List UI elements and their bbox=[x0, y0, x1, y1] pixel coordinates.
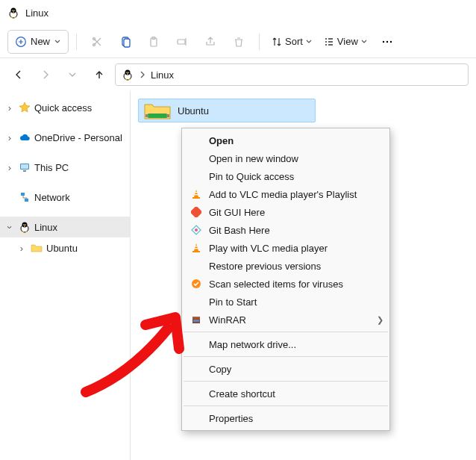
sort-button[interactable]: Sort bbox=[267, 30, 316, 54]
new-button[interactable]: New bbox=[7, 30, 69, 54]
ctx-open-new-window[interactable]: Open in new window bbox=[182, 149, 389, 167]
chevron-right-icon: › bbox=[16, 243, 27, 254]
linux-penguin-icon bbox=[122, 69, 134, 81]
separator bbox=[184, 381, 388, 382]
separator bbox=[184, 356, 388, 357]
ctx-label: Play with VLC media player bbox=[209, 243, 328, 254]
ctx-git-gui[interactable]: Git GUI Here bbox=[182, 203, 389, 221]
scissors-icon bbox=[91, 36, 103, 48]
folder-item-ubuntu[interactable]: Ubuntu bbox=[138, 99, 316, 122]
chevron-down-icon: › bbox=[4, 222, 16, 232]
nav-row: Linux bbox=[0, 58, 476, 91]
new-label: New bbox=[31, 36, 50, 47]
svg-rect-45 bbox=[193, 320, 199, 322]
ctx-label: Pin to Quick access bbox=[209, 171, 294, 182]
sidebar-item-quick-access[interactable]: › Quick access bbox=[0, 97, 130, 118]
back-button[interactable] bbox=[7, 63, 30, 86]
ctx-git-bash[interactable]: Git Bash Here bbox=[182, 221, 389, 239]
nav-tree: › Quick access › OneDrive - Personal › T… bbox=[0, 91, 131, 460]
title-bar: Linux bbox=[0, 0, 476, 25]
view-button[interactable]: View bbox=[319, 30, 372, 54]
sidebar-item-onedrive[interactable]: › OneDrive - Personal bbox=[0, 127, 130, 148]
ctx-scan-viruses[interactable]: Scan selected items for viruses bbox=[182, 275, 389, 293]
svg-point-19 bbox=[128, 72, 129, 73]
forward-button[interactable] bbox=[34, 63, 57, 86]
chevron-down-icon bbox=[361, 39, 367, 45]
sidebar-item-label: Network bbox=[34, 192, 70, 203]
ctx-label: Properties bbox=[209, 413, 253, 424]
address-bar[interactable]: Linux bbox=[115, 63, 469, 86]
breadcrumb-item[interactable]: Linux bbox=[151, 69, 174, 81]
ctx-label: Add to VLC media player's Playlist bbox=[209, 189, 357, 200]
view-label: View bbox=[337, 36, 358, 47]
folder-label: Ubuntu bbox=[178, 105, 209, 116]
sidebar-item-network[interactable]: › Network bbox=[0, 187, 130, 208]
svg-point-38 bbox=[195, 229, 198, 231]
cut-button[interactable] bbox=[84, 30, 110, 54]
svg-rect-33 bbox=[166, 114, 169, 117]
copy-icon bbox=[119, 36, 131, 48]
network-folder-icon bbox=[143, 100, 172, 121]
sort-icon bbox=[272, 37, 282, 47]
ctx-vlc-play[interactable]: Play with VLC media player bbox=[182, 239, 389, 257]
ctx-label: Map network drive... bbox=[209, 339, 296, 350]
ctx-open[interactable]: Open bbox=[182, 131, 389, 149]
toolbar: New Sort View bbox=[0, 25, 476, 58]
svg-rect-39 bbox=[192, 251, 200, 252]
ctx-label: Create shortcut bbox=[209, 388, 275, 400]
ctx-pin-start[interactable]: Pin to Start bbox=[182, 293, 389, 311]
linux-penguin-icon bbox=[7, 7, 19, 19]
plus-icon bbox=[16, 37, 26, 47]
ctx-restore-versions[interactable]: Restore previous versions bbox=[182, 257, 389, 275]
ctx-create-shortcut[interactable]: Create shortcut bbox=[182, 385, 389, 402]
svg-point-4 bbox=[13, 11, 14, 12]
ctx-properties[interactable]: Properties bbox=[182, 409, 389, 427]
svg-rect-32 bbox=[145, 114, 148, 117]
chevron-right-icon: › bbox=[4, 102, 15, 114]
paste-button[interactable] bbox=[141, 30, 166, 54]
separator bbox=[184, 332, 388, 332]
clipboard-icon bbox=[148, 36, 160, 48]
ctx-label: Open bbox=[209, 135, 234, 146]
separator bbox=[184, 405, 388, 406]
vlc-icon bbox=[190, 187, 203, 201]
arrow-left-icon bbox=[13, 69, 24, 80]
svg-point-30 bbox=[24, 226, 25, 226]
sidebar-item-label: Quick access bbox=[34, 102, 92, 114]
context-menu: Open Open in new window Pin to Quick acc… bbox=[181, 128, 390, 431]
chevron-right-icon: › bbox=[4, 162, 15, 173]
ctx-label: Scan selected items for viruses bbox=[209, 279, 343, 290]
more-button[interactable] bbox=[375, 30, 400, 54]
trash-icon bbox=[233, 36, 245, 48]
ctx-label: Pin to Start bbox=[209, 296, 257, 308]
window-title: Linux bbox=[25, 7, 48, 19]
svg-rect-12 bbox=[178, 40, 185, 44]
ctx-pin-quick-access[interactable]: Pin to Quick access bbox=[182, 167, 389, 185]
sidebar-item-linux[interactable]: › Linux bbox=[0, 217, 130, 237]
chevron-right-icon: › bbox=[4, 132, 15, 143]
copy-button[interactable] bbox=[113, 30, 138, 54]
ctx-vlc-playlist[interactable]: Add to VLC media player's Playlist bbox=[182, 185, 389, 203]
sidebar-item-label: Linux bbox=[34, 222, 57, 233]
separator bbox=[76, 34, 77, 50]
svg-rect-24 bbox=[21, 193, 25, 196]
ctx-copy[interactable]: Copy bbox=[182, 360, 389, 378]
sidebar-item-this-pc[interactable]: › This PC bbox=[0, 157, 130, 178]
share-button[interactable] bbox=[198, 30, 223, 54]
star-icon bbox=[18, 102, 31, 114]
recent-locations-button[interactable] bbox=[61, 63, 84, 86]
git-icon bbox=[190, 205, 203, 219]
chevron-right-icon bbox=[140, 71, 145, 78]
svg-point-15 bbox=[390, 40, 392, 42]
ctx-map-network-drive[interactable]: Map network drive... bbox=[182, 335, 389, 353]
rename-button[interactable] bbox=[169, 30, 195, 54]
separator bbox=[259, 34, 260, 50]
ctx-label: Git Bash Here bbox=[209, 225, 270, 236]
ellipsis-icon bbox=[381, 36, 393, 48]
svg-point-18 bbox=[126, 72, 128, 73]
sidebar-item-label: This PC bbox=[34, 162, 69, 173]
sidebar-item-ubuntu[interactable]: › Ubuntu bbox=[0, 237, 130, 258]
delete-button[interactable] bbox=[226, 30, 251, 54]
ctx-winrar[interactable]: WinRAR❯ bbox=[182, 311, 389, 329]
up-button[interactable] bbox=[88, 63, 110, 86]
